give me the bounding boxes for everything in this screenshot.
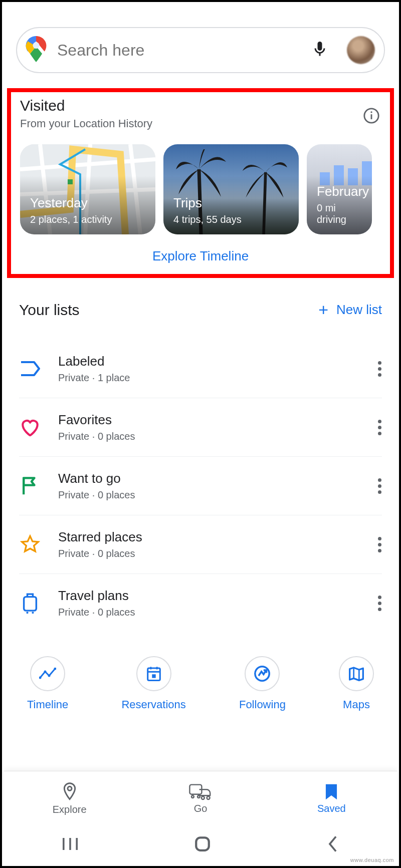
info-icon[interactable] <box>363 97 380 126</box>
svg-point-22 <box>68 786 72 790</box>
tab-label: Go <box>194 803 208 814</box>
bottom-tab-bar: Explore Go Saved <box>4 771 397 826</box>
card-subtitle: 0 mi driving <box>317 202 362 225</box>
back-icon[interactable] <box>326 835 340 854</box>
map-icon <box>348 666 364 681</box>
category-following[interactable]: Following <box>239 656 286 711</box>
star-icon <box>19 534 41 554</box>
visited-card-february[interactable]: February 0 mi driving <box>307 144 372 234</box>
svg-point-9 <box>32 612 34 614</box>
list-meta: Private · 0 places <box>58 548 361 559</box>
list-meta: Private · 0 places <box>58 431 361 442</box>
svg-rect-16 <box>152 674 155 678</box>
suitcase-icon <box>19 592 41 614</box>
card-title: Yesterday <box>30 195 145 211</box>
mic-icon[interactable] <box>311 40 329 60</box>
list-name: Travel plans <box>58 588 361 604</box>
list-meta: Private · 0 places <box>58 607 361 618</box>
watermark: www.deuaq.com <box>350 857 394 863</box>
svg-rect-14 <box>147 668 160 681</box>
svg-point-1 <box>33 42 40 49</box>
category-label: Following <box>239 698 286 711</box>
heart-icon <box>19 418 41 436</box>
card-subtitle: 2 places, 1 activity <box>30 214 145 225</box>
tab-saved[interactable]: Saved <box>266 771 397 826</box>
list-item-travel-plans[interactable]: Travel plans Private · 0 places <box>19 574 382 632</box>
list-name: Starred places <box>58 529 361 545</box>
svg-point-12 <box>48 675 51 677</box>
tab-explore[interactable]: Explore <box>4 771 135 826</box>
tab-go[interactable]: Go <box>135 771 266 826</box>
card-title: February <box>317 184 362 199</box>
list-item-starred[interactable]: Starred places Private · 0 places <box>19 515 382 574</box>
search-input[interactable]: Search here <box>57 41 302 60</box>
recents-icon[interactable] <box>61 836 79 853</box>
google-maps-logo-icon <box>24 36 48 64</box>
timeline-icon <box>39 668 56 680</box>
svg-point-24 <box>191 795 194 798</box>
list-meta: Private · 0 places <box>58 489 361 501</box>
visited-title: Visited <box>20 97 363 114</box>
more-icon[interactable] <box>378 420 382 435</box>
svg-rect-7 <box>24 597 37 611</box>
new-list-button[interactable]: + New list <box>318 300 382 320</box>
list-item-labeled[interactable]: Labeled Private · 1 place <box>19 340 382 398</box>
category-label: Reservations <box>121 698 185 711</box>
tab-label: Saved <box>317 803 346 814</box>
svg-point-26 <box>202 796 205 799</box>
flag-icon <box>19 476 41 496</box>
list-name: Want to go <box>58 471 361 486</box>
plus-icon: + <box>318 300 328 320</box>
more-icon[interactable] <box>378 361 382 377</box>
list-item-want-to-go[interactable]: Want to go Private · 0 places <box>19 457 382 515</box>
category-reservations[interactable]: Reservations <box>121 656 185 711</box>
card-subtitle: 4 trips, 55 days <box>173 214 289 225</box>
svg-point-11 <box>44 671 47 673</box>
category-label: Maps <box>343 698 370 711</box>
more-icon[interactable] <box>378 596 382 611</box>
transit-icon <box>188 783 213 801</box>
visited-card-yesterday[interactable]: Yesterday 2 places, 1 activity <box>20 144 155 234</box>
search-bar[interactable]: Search here <box>16 27 385 73</box>
svg-point-27 <box>207 796 210 799</box>
visited-section: Visited From your Location History <box>7 88 394 278</box>
list-name: Favorites <box>58 412 361 428</box>
svg-point-4 <box>370 111 372 113</box>
list-meta: Private · 1 place <box>58 372 361 384</box>
visited-cards-row[interactable]: Yesterday 2 places, 1 activity Trips <box>20 144 390 234</box>
home-icon[interactable] <box>194 835 211 854</box>
calendar-icon <box>146 666 161 682</box>
category-maps[interactable]: Maps <box>339 656 374 711</box>
svg-rect-31 <box>196 837 209 850</box>
more-icon[interactable] <box>378 537 382 552</box>
card-title: Trips <box>173 195 289 211</box>
profile-avatar[interactable] <box>347 36 375 64</box>
list-name: Labeled <box>58 354 361 369</box>
new-list-label: New list <box>336 302 382 318</box>
explore-timeline-link[interactable]: Explore Timeline <box>20 248 390 264</box>
visited-card-trips[interactable]: Trips 4 trips, 55 days <box>163 144 299 234</box>
visited-subtitle: From your Location History <box>20 117 363 130</box>
android-nav-bar <box>4 826 397 864</box>
more-icon[interactable] <box>378 478 382 494</box>
pin-icon <box>61 782 78 802</box>
category-timeline[interactable]: Timeline <box>27 656 68 711</box>
label-icon <box>19 360 41 377</box>
following-icon <box>254 665 271 682</box>
list-item-favorites[interactable]: Favorites Private · 0 places <box>19 398 382 457</box>
svg-point-8 <box>26 612 28 614</box>
tab-label: Explore <box>53 804 87 815</box>
bookmark-icon <box>324 783 339 801</box>
category-label: Timeline <box>27 698 68 711</box>
your-lists-title: Your lists <box>19 302 318 319</box>
